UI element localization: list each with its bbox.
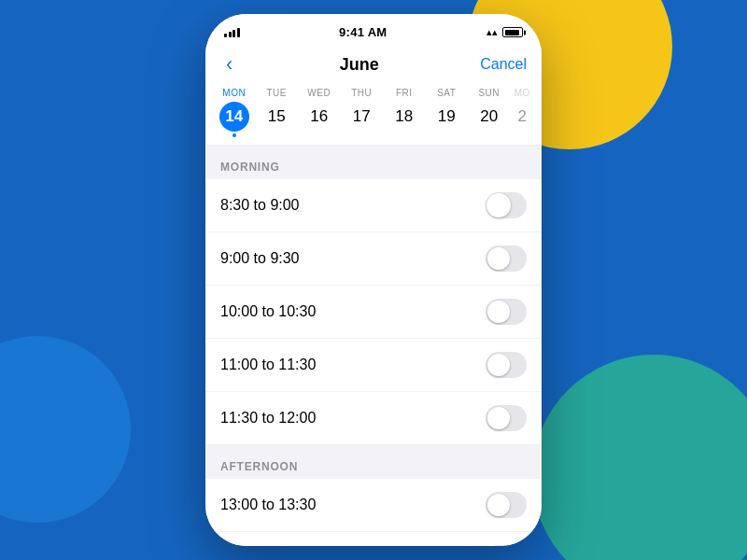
slot-1300-1330-toggle[interactable] bbox=[486, 492, 527, 518]
day-cell-sat[interactable]: SAT 19 bbox=[428, 88, 465, 137]
day-cell-fri[interactable]: FRI 18 bbox=[386, 88, 423, 137]
cancel-button[interactable]: Cancel bbox=[480, 56, 527, 73]
day-number-tue: 15 bbox=[261, 102, 291, 132]
slot-1330-1400-toggle[interactable] bbox=[486, 545, 527, 546]
slot-1300-1330[interactable]: 13:00 to 13:30 bbox=[205, 479, 542, 531]
afternoon-section-header: AFTERNOON bbox=[205, 445, 542, 479]
slot-1130-1200-toggle[interactable] bbox=[486, 405, 527, 431]
day-name-mon2: MO bbox=[514, 88, 530, 98]
bg-blob-green bbox=[532, 355, 747, 560]
day-number-sat: 19 bbox=[431, 102, 461, 132]
slot-900-930-label: 9:00 to 9:30 bbox=[220, 250, 300, 267]
month-title: June bbox=[340, 55, 379, 75]
slot-900-930[interactable]: 9:00 to 9:30 bbox=[205, 232, 542, 285]
slot-900-930-toggle[interactable] bbox=[486, 245, 527, 272]
back-button[interactable]: ‹ bbox=[220, 52, 238, 77]
signal-bar-4 bbox=[237, 28, 240, 37]
slot-830-900-label: 8:30 to 9:00 bbox=[220, 197, 300, 214]
slot-1000-1030-toggle[interactable] bbox=[486, 299, 527, 325]
toggle-thumb-6 bbox=[487, 494, 510, 516]
day-number-sun: 20 bbox=[474, 102, 504, 132]
day-name-sat: SAT bbox=[437, 88, 456, 98]
bg-blob-blue-left bbox=[0, 336, 131, 523]
calendar-row: MON 14 TUE 15 WED 16 THU 17 FRI 18 SAT 1… bbox=[205, 84, 542, 146]
slot-1130-1200[interactable]: 11:30 to 12:00 bbox=[205, 392, 542, 444]
toggle-thumb-3 bbox=[487, 301, 510, 323]
day-number-wed: 16 bbox=[304, 102, 334, 132]
day-cell-mon2[interactable]: MO 2 bbox=[513, 88, 531, 137]
day-cell-mon[interactable]: MON 14 bbox=[216, 88, 253, 137]
day-cell-sun[interactable]: SUN 20 bbox=[471, 88, 508, 137]
signal-bar-1 bbox=[224, 34, 227, 37]
day-number-mon2: 2 bbox=[513, 102, 531, 132]
day-name-wed: WED bbox=[307, 88, 331, 98]
slot-1330-1400[interactable]: 13:30 to 14:00 bbox=[205, 532, 542, 546]
slot-830-900[interactable]: 8:30 to 9:00 bbox=[205, 179, 542, 231]
battery-icon bbox=[502, 27, 523, 37]
day-name-fri: FRI bbox=[396, 88, 413, 98]
day-cell-tue[interactable]: TUE 15 bbox=[258, 88, 295, 137]
slot-1100-1130-toggle[interactable] bbox=[486, 352, 527, 378]
morning-section-header: MORNING bbox=[205, 146, 542, 179]
toggle-thumb-2 bbox=[487, 247, 510, 270]
toggle-thumb-5 bbox=[487, 407, 510, 429]
battery-fill bbox=[505, 30, 519, 35]
toggle-thumb-4 bbox=[487, 354, 510, 376]
phone-frame: 9:41 AM ▴▴ ‹ June Cancel MON 14 TUE 15 W… bbox=[205, 14, 542, 546]
signal-bar-2 bbox=[229, 32, 232, 37]
day-name-sun: SUN bbox=[478, 88, 500, 98]
time-slots-container[interactable]: MORNING 8:30 to 9:00 9:00 to 9:30 10:00 … bbox=[205, 146, 542, 546]
day-number-thu: 17 bbox=[346, 102, 376, 132]
day-cell-wed[interactable]: WED 16 bbox=[301, 88, 338, 137]
signal-icon bbox=[224, 28, 240, 37]
toggle-thumb bbox=[486, 193, 511, 217]
app-header: ‹ June Cancel bbox=[205, 45, 542, 84]
wifi-icon: ▴▴ bbox=[486, 26, 498, 38]
slot-1000-1030-label: 10:00 to 10:30 bbox=[220, 303, 316, 320]
day-number-mon: 14 bbox=[219, 102, 249, 132]
status-time: 9:41 AM bbox=[339, 25, 387, 39]
slot-1300-1330-label: 13:00 to 13:30 bbox=[220, 497, 316, 513]
slot-1100-1130-label: 11:00 to 11:30 bbox=[220, 357, 316, 373]
day-name-mon: MON bbox=[222, 88, 246, 98]
day-cell-thu[interactable]: THU 17 bbox=[343, 88, 380, 137]
day-dot-mon bbox=[233, 133, 236, 137]
day-name-tue: TUE bbox=[267, 88, 288, 98]
day-number-fri: 18 bbox=[389, 102, 419, 132]
signal-bar-3 bbox=[233, 30, 235, 37]
slot-1130-1200-label: 11:30 to 12:00 bbox=[220, 410, 316, 427]
status-bar: 9:41 AM ▴▴ bbox=[205, 14, 542, 45]
day-name-thu: THU bbox=[351, 88, 372, 98]
slot-1100-1130[interactable]: 11:00 to 11:30 bbox=[205, 339, 542, 391]
status-icons: ▴▴ bbox=[486, 26, 523, 38]
slot-1000-1030[interactable]: 10:00 to 10:30 bbox=[205, 286, 542, 338]
slot-830-900-toggle[interactable] bbox=[486, 192, 527, 218]
